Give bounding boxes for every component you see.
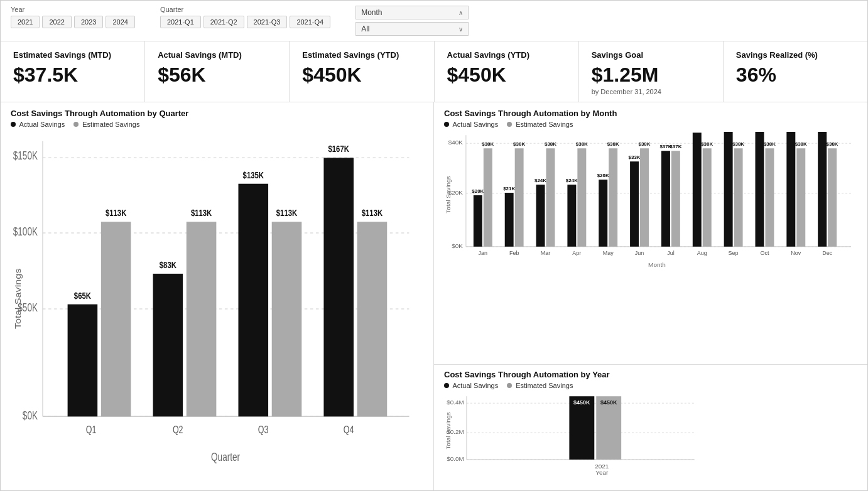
svg-text:Jan: Jan — [479, 250, 487, 256]
svg-rect-61 — [630, 161, 639, 247]
svg-rect-111 — [569, 396, 594, 460]
kpi-estimated-mtd: Estimated Savings (MTD) $37.5K — [1, 41, 145, 102]
svg-rect-47 — [515, 148, 524, 247]
kpi-actual-ytd: Actual Savings (YTD) $450K — [435, 41, 579, 102]
svg-rect-25 — [357, 222, 388, 416]
svg-text:$38K: $38K — [701, 141, 713, 147]
year-filter-label: Year — [11, 6, 135, 13]
svg-text:$40K: $40K — [448, 139, 464, 146]
estimated-legend-dot — [73, 122, 79, 127]
svg-rect-17 — [187, 222, 217, 416]
svg-text:$113K: $113K — [276, 208, 298, 219]
quarter-q4-btn[interactable]: 2021-Q4 — [290, 16, 330, 28]
year-2024-btn[interactable]: 2024 — [106, 16, 134, 28]
year-filter-buttons: 2021 2022 2023 2024 — [11, 16, 135, 28]
svg-text:$113K: $113K — [362, 208, 383, 219]
svg-text:Apr: Apr — [572, 250, 581, 256]
monthly-actual-dot — [444, 122, 449, 127]
kpi-estimated-ytd-title: Estimated Savings (YTD) — [302, 50, 399, 61]
svg-text:$38K: $38K — [576, 141, 588, 147]
svg-text:Quarter: Quarter — [211, 451, 240, 463]
svg-rect-83 — [796, 148, 805, 247]
svg-text:Total Savings: Total Savings — [445, 412, 452, 449]
quarter-q3-btn[interactable]: 2021-Q3 — [247, 16, 288, 28]
svg-text:Sep: Sep — [729, 250, 739, 256]
monthly-estimated-legend: Estimated Savings — [507, 121, 573, 128]
kpi-savings-goal-subtitle: by December 31, 2024 — [592, 88, 661, 95]
svg-text:$0.0M: $0.0M — [447, 455, 464, 462]
month-filter-group: Month ∧ All ∨ — [355, 6, 469, 36]
svg-rect-87 — [828, 148, 837, 247]
svg-text:$113K: $113K — [191, 208, 212, 219]
month-dropdown-top[interactable]: Month ∧ — [355, 6, 469, 19]
svg-text:$38K: $38K — [827, 141, 838, 147]
kpi-estimated-ytd: Estimated Savings (YTD) $450K — [290, 41, 434, 102]
svg-rect-45 — [505, 193, 514, 247]
svg-text:$38K: $38K — [545, 141, 556, 147]
kpi-row: Estimated Savings (MTD) $37.5K Actual Sa… — [1, 41, 867, 102]
svg-rect-67 — [671, 151, 680, 247]
svg-rect-63 — [640, 148, 649, 247]
monthly-estimated-dot — [507, 122, 512, 127]
svg-rect-51 — [546, 148, 555, 247]
svg-text:$0K: $0K — [23, 409, 38, 421]
dashboard: Year 2021 2022 2023 2024 Quarter 2021-Q1… — [0, 0, 868, 491]
svg-text:$24K: $24K — [566, 178, 578, 183]
svg-text:$0.4M: $0.4M — [447, 399, 464, 406]
chevron-up-icon: ∧ — [458, 9, 463, 16]
svg-text:$450K: $450K — [600, 399, 617, 406]
kpi-actual-ytd-value: $450K — [447, 63, 506, 87]
svg-rect-65 — [661, 151, 670, 247]
svg-text:Aug: Aug — [697, 250, 707, 256]
kpi-savings-realized: Savings Realized (%) 36% — [724, 41, 867, 102]
quarter-q1-btn[interactable]: 2021-Q1 — [160, 16, 201, 28]
svg-text:Jul: Jul — [667, 250, 674, 256]
year-filter-group: Year 2021 2022 2023 2024 — [11, 6, 135, 28]
svg-rect-71 — [703, 148, 712, 247]
kpi-savings-goal-value: $1.25M — [592, 63, 659, 87]
yearly-actual-dot — [444, 383, 449, 388]
svg-text:$113K: $113K — [106, 208, 127, 219]
yearly-chart-svg: $0.4M $0.2M $0.0M Total Savings — [444, 393, 857, 475]
monthly-chart: Cost Savings Through Automation by Month… — [434, 102, 867, 365]
svg-text:Month: Month — [648, 261, 666, 268]
svg-text:Q1: Q1 — [86, 424, 97, 435]
year-2023-btn[interactable]: 2023 — [74, 16, 103, 28]
svg-rect-57 — [599, 180, 607, 247]
svg-rect-43 — [484, 148, 492, 247]
yearly-estimated-dot — [507, 383, 512, 388]
svg-text:$167K: $167K — [328, 144, 350, 154]
actual-legend-item: Actual Savings — [11, 121, 65, 128]
svg-rect-69 — [693, 132, 702, 246]
yearly-chart-legend: Actual Savings Estimated Savings — [444, 382, 857, 389]
svg-rect-113 — [596, 396, 621, 460]
svg-text:$150K: $150K — [13, 149, 38, 161]
month-dropdown-value[interactable]: All ∨ — [355, 22, 469, 36]
kpi-savings-goal-title: Savings Goal — [592, 50, 643, 61]
svg-text:Dec: Dec — [822, 250, 832, 256]
svg-rect-59 — [609, 148, 617, 247]
quarter-q2-btn[interactable]: 2021-Q2 — [203, 16, 244, 28]
monthly-chart-title: Cost Savings Through Automation by Month — [444, 109, 857, 118]
svg-text:$65K: $65K — [74, 290, 91, 301]
svg-text:Jun: Jun — [635, 250, 644, 256]
svg-text:$0K: $0K — [452, 242, 463, 249]
quarterly-chart-svg: $150K $100K $50K $0K Total Savings — [11, 132, 423, 484]
svg-rect-19 — [238, 184, 268, 417]
estimated-legend-item: Estimated Savings — [73, 121, 139, 128]
svg-rect-21 — [272, 222, 302, 416]
svg-rect-11 — [68, 305, 98, 417]
svg-rect-81 — [786, 132, 795, 247]
quarterly-chart-title: Cost Savings Through Automation by Quart… — [11, 109, 423, 118]
year-2021-btn[interactable]: 2021 — [11, 16, 40, 28]
kpi-actual-ytd-title: Actual Savings (YTD) — [447, 50, 529, 61]
svg-text:$24K: $24K — [534, 178, 546, 183]
kpi-actual-mtd-title: Actual Savings (MTD) — [158, 50, 242, 61]
svg-text:Oct: Oct — [760, 250, 769, 256]
svg-text:$38K: $38K — [607, 141, 619, 147]
quarterly-chart-legend: Actual Savings Estimated Savings — [11, 121, 423, 128]
svg-text:$37K: $37K — [670, 144, 681, 149]
svg-text:$38K: $38K — [795, 141, 807, 147]
right-charts: Cost Savings Through Automation by Month… — [434, 102, 867, 490]
year-2022-btn[interactable]: 2022 — [42, 16, 71, 28]
